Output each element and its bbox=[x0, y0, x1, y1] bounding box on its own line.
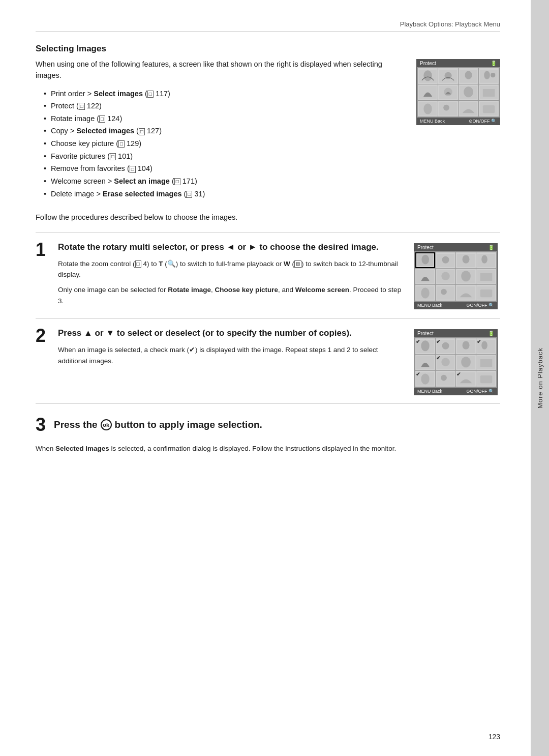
step-1-desc-2: Only one image can be selected for Rotat… bbox=[58, 284, 404, 306]
step-1-block: 1 Rotate the rotary multi selector, or p… bbox=[36, 232, 500, 318]
grid-cell bbox=[479, 68, 499, 84]
svg-point-13 bbox=[464, 86, 473, 97]
grid-cell bbox=[476, 371, 496, 387]
step-3-desc: When Selected images is selected, a conf… bbox=[36, 443, 500, 454]
step-2-number: 2 bbox=[36, 325, 58, 346]
grid-cell bbox=[479, 84, 499, 100]
grid-cell bbox=[456, 285, 476, 301]
grid-cell bbox=[415, 355, 435, 370]
grid-cell bbox=[476, 269, 496, 284]
steps-section: 1 Rotate the rotary multi selector, or p… bbox=[36, 232, 500, 466]
svg-point-55 bbox=[461, 357, 471, 367]
list-item: Choose key picture (□ 129) bbox=[44, 137, 406, 150]
svg-point-37 bbox=[421, 287, 429, 298]
grid-cell bbox=[436, 252, 455, 268]
svg-point-39 bbox=[441, 288, 447, 295]
svg-point-1 bbox=[423, 70, 432, 81]
grid-cell bbox=[459, 68, 478, 84]
svg-point-11 bbox=[444, 88, 452, 96]
grid-cell bbox=[418, 101, 438, 117]
list-item: Copy > Selected images (□ 127) bbox=[44, 125, 406, 137]
follow-text: Follow the procedures described below to… bbox=[36, 212, 500, 223]
step-2-content: Press ▲ or ▼ to select or deselect (or t… bbox=[58, 327, 409, 370]
main-content: Playback Options: Playback Menu Selectin… bbox=[0, 0, 531, 756]
grid-cell bbox=[456, 269, 476, 284]
side-tab: More on Playback bbox=[531, 0, 549, 756]
grid-cell: ✔ bbox=[476, 338, 496, 354]
svg-point-50 bbox=[481, 341, 487, 349]
intro-text-area: When using one of the following features… bbox=[36, 59, 416, 207]
svg-point-25 bbox=[442, 256, 449, 263]
grid-cell bbox=[418, 84, 438, 100]
step-2-desc-1: When an image is selected, a check mark … bbox=[58, 344, 404, 366]
step-2-block: 2 Press ▲ or ▼ to select or deselect (or… bbox=[36, 318, 500, 403]
svg-point-7 bbox=[484, 71, 490, 79]
svg-point-32 bbox=[441, 272, 449, 280]
svg-point-16 bbox=[423, 103, 432, 114]
svg-point-53 bbox=[441, 358, 449, 366]
list-item: Remove from favorites (□ 104) bbox=[44, 162, 406, 175]
svg-point-23 bbox=[421, 255, 429, 265]
grid-cell bbox=[436, 285, 455, 301]
list-item: Welcome screen > Select an image (□ 171) bbox=[44, 175, 406, 188]
grid-cell bbox=[415, 252, 435, 268]
step-1-title: Rotate the rotary multi selector, or pre… bbox=[58, 241, 404, 253]
intro-area: When using one of the following features… bbox=[36, 59, 500, 207]
header-title: Playback Options: Playback Menu bbox=[400, 20, 500, 28]
list-item: Print order > Select images (□ 117) bbox=[44, 88, 406, 100]
grid-cell bbox=[415, 285, 435, 301]
step-3-block: 3 Press the ok button to apply image sel… bbox=[36, 403, 500, 466]
svg-point-46 bbox=[442, 342, 449, 349]
svg-point-29 bbox=[481, 255, 487, 263]
svg-point-58 bbox=[421, 373, 429, 384]
grid-cell bbox=[456, 355, 476, 370]
grid-cell bbox=[436, 371, 455, 387]
svg-rect-63 bbox=[480, 375, 492, 383]
svg-rect-21 bbox=[483, 105, 495, 112]
grid-cell bbox=[415, 269, 435, 284]
step-2-title: Press ▲ or ▼ to select or deselect (or t… bbox=[58, 327, 404, 339]
section-title: Selecting Images bbox=[36, 44, 500, 54]
grid-cell bbox=[418, 68, 438, 84]
grid-cell bbox=[456, 338, 476, 354]
svg-point-5 bbox=[465, 71, 472, 79]
step-1-content: Rotate the rotary multi selector, or pre… bbox=[58, 241, 409, 310]
svg-point-44 bbox=[421, 340, 429, 351]
grid-cell bbox=[438, 101, 458, 117]
step-1-number: 1 bbox=[36, 239, 58, 260]
intro-paragraph: When using one of the following features… bbox=[36, 59, 406, 81]
grid-cell bbox=[459, 84, 478, 100]
grid-cell bbox=[438, 68, 458, 84]
list-item: Favorite pictures (□ 101) bbox=[44, 150, 406, 163]
intro-camera-screen: Protect 🔋 bbox=[416, 59, 500, 125]
svg-point-27 bbox=[462, 255, 469, 263]
svg-rect-19 bbox=[460, 102, 477, 115]
page-header: Playback Options: Playback Menu bbox=[36, 20, 500, 32]
grid-cell bbox=[476, 252, 496, 268]
step-2-image: Protect 🔋 ✔ ✔ bbox=[414, 329, 500, 395]
bullet-list: Print order > Select images (□ 117) Prot… bbox=[44, 88, 406, 200]
grid-cell bbox=[438, 84, 458, 100]
grid-cell: ✔ bbox=[436, 338, 455, 354]
svg-point-34 bbox=[461, 271, 471, 281]
grid-cell: ✔ bbox=[456, 371, 476, 387]
svg-point-60 bbox=[441, 374, 447, 381]
grid-cell bbox=[476, 285, 496, 301]
side-tab-label: More on Playback bbox=[536, 347, 544, 409]
list-item: Protect (□ 122) bbox=[44, 100, 406, 112]
grid-cell bbox=[479, 101, 499, 117]
grid-cell bbox=[459, 101, 478, 117]
step-3-number: 3 bbox=[36, 412, 46, 438]
grid-cell: ✔ bbox=[415, 371, 435, 387]
step-1-desc-1: Rotate the zoom control (□ 4) to T (🔍) t… bbox=[58, 258, 404, 280]
list-item: Delete image > Erase selected images (□ … bbox=[44, 188, 406, 200]
ok-button-icon: ok bbox=[101, 419, 112, 430]
svg-rect-40 bbox=[457, 286, 475, 300]
svg-point-18 bbox=[443, 104, 449, 110]
grid-cell bbox=[456, 252, 476, 268]
grid-cell bbox=[436, 269, 455, 284]
svg-point-48 bbox=[462, 341, 469, 349]
step-3-title: 3 Press the ok button to apply image sel… bbox=[36, 412, 500, 438]
svg-rect-42 bbox=[480, 289, 492, 297]
grid-cell bbox=[476, 355, 496, 370]
